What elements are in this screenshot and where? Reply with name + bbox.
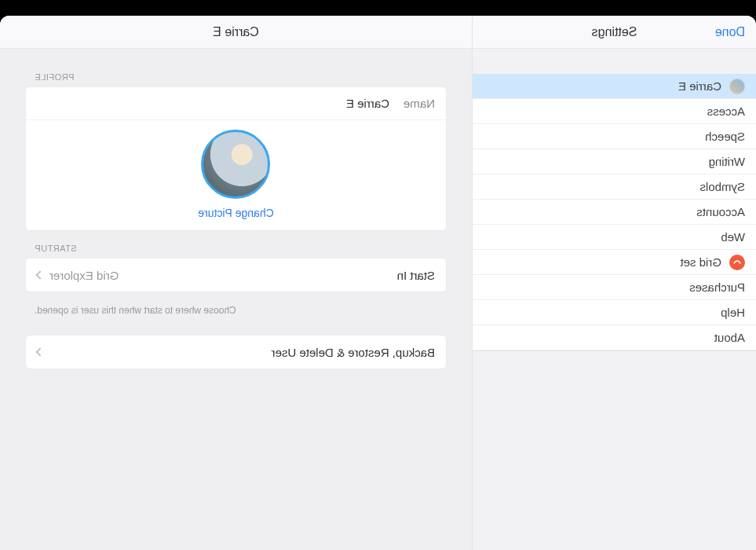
sidebar-gap — [473, 49, 756, 74]
sidebar-header: Done Settings — [473, 16, 756, 49]
sidebar-item-label: Speech — [705, 130, 745, 143]
name-row-value: Carrie E — [346, 97, 389, 110]
done-button[interactable]: Done — [715, 25, 745, 39]
section-label-profile: PROFILE — [25, 68, 447, 86]
profile-card: Name Carrie E Change Picture — [25, 86, 447, 231]
name-row-label: Name — [404, 97, 435, 110]
name-row[interactable]: Name Carrie E — [26, 87, 446, 120]
sidebar-item-about[interactable]: About — [473, 325, 756, 350]
settings-window: Done Settings Carrie E Access Speech Wri… — [0, 16, 756, 550]
main-body: PROFILE Name Carrie E Change Picture STA… — [0, 49, 472, 396]
sidebar-list: Carrie E Access Speech Writing Symbols A… — [473, 74, 756, 351]
sidebar-item-label: Accounts — [696, 205, 745, 218]
sidebar-item-label: Purchases — [689, 280, 745, 294]
sidebar-item-label: Writing — [709, 155, 745, 168]
avatar — [202, 130, 271, 199]
chevron-right-icon — [35, 270, 44, 279]
sidebar-item-access[interactable]: Access — [473, 99, 756, 124]
sidebar-item-help[interactable]: Help — [473, 300, 756, 325]
sidebar-item-label: Help — [721, 306, 745, 319]
avatar-icon — [729, 79, 745, 94]
sidebar-item-symbols[interactable]: Symbols — [473, 174, 756, 200]
start-in-row[interactable]: Start In Grid Explorer — [26, 258, 446, 292]
sidebar-title: Settings — [484, 25, 745, 39]
profile-picture-area: Change Picture — [26, 120, 446, 230]
sidebar-item-label: Web — [721, 230, 745, 244]
chevron-right-icon — [35, 347, 44, 356]
sidebar-item-accounts[interactable]: Accounts — [473, 200, 756, 225]
startup-card: Start In Grid Explorer — [25, 258, 447, 292]
start-in-value: Grid Explorer — [49, 269, 119, 282]
sidebar-item-purchases[interactable]: Purchases — [473, 275, 756, 300]
startup-helper-text: Choose where to start when this user is … — [25, 300, 447, 316]
sidebar-item-label: Grid set — [680, 255, 721, 269]
sidebar-item-label: About — [714, 331, 745, 344]
sidebar-item-gridset[interactable]: Grid set — [473, 250, 756, 275]
backup-card: Backup, Restore & Delete User — [25, 335, 447, 369]
main-panel: Carrie E PROFILE Name Carrie E Change Pi… — [0, 16, 472, 550]
main-header: Carrie E — [0, 16, 472, 49]
sidebar-item-speech[interactable]: Speech — [473, 124, 756, 149]
sidebar-item-profile[interactable]: Carrie E — [473, 74, 756, 99]
sidebar-item-web[interactable]: Web — [473, 225, 756, 250]
sidebar-item-label: Access — [707, 104, 745, 118]
section-label-startup: STARTUP — [25, 239, 447, 258]
sidebar-item-label: Symbols — [699, 180, 745, 193]
gridset-icon — [729, 255, 745, 270]
backup-row-label: Backup, Restore & Delete User — [272, 346, 435, 359]
backup-row[interactable]: Backup, Restore & Delete User — [26, 336, 446, 368]
change-picture-button[interactable]: Change Picture — [198, 207, 274, 219]
page-title: Carrie E — [213, 25, 259, 39]
sidebar-item-label: Carrie E — [678, 79, 721, 93]
start-in-label: Start In — [397, 269, 435, 282]
sidebar-item-writing[interactable]: Writing — [473, 149, 756, 174]
sidebar: Done Settings Carrie E Access Speech Wri… — [472, 16, 756, 550]
